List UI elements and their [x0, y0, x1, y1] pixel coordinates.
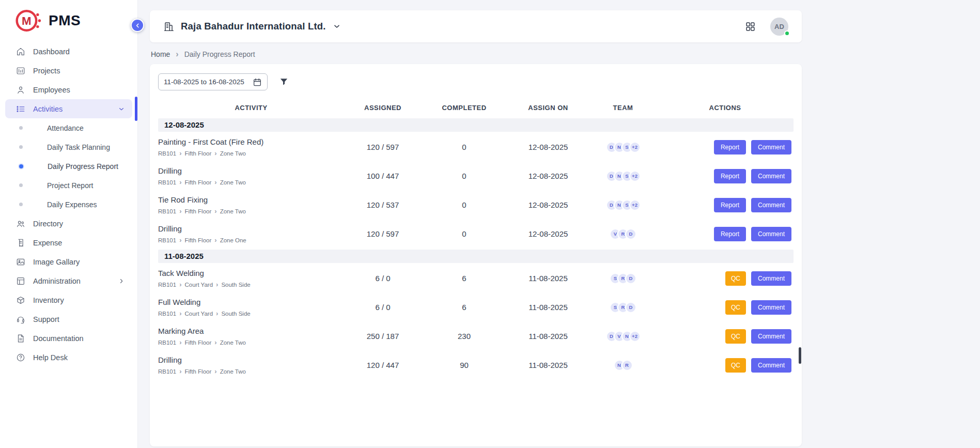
- report-button[interactable]: Report: [714, 198, 746, 212]
- sidebar-item-projects[interactable]: Projects: [5, 61, 132, 80]
- report-button[interactable]: Report: [714, 227, 746, 241]
- team-member-avatar[interactable]: D: [625, 302, 636, 313]
- sidebar-subitem-daily-expenses[interactable]: Daily Expenses: [0, 195, 137, 214]
- comment-button[interactable]: Comment: [751, 169, 791, 183]
- person-icon: [16, 85, 25, 95]
- list-icon: [16, 104, 25, 114]
- sidebar-item-label: Expense: [33, 239, 62, 247]
- team-overflow-badge[interactable]: +2: [629, 199, 641, 211]
- completed-value: 0: [422, 229, 507, 238]
- path-segment: Court Yard: [185, 282, 213, 288]
- comment-button[interactable]: Comment: [751, 329, 791, 344]
- activity-location-path: RB101›Fifth Floor›Zone Two: [158, 208, 344, 214]
- activity-cell: DrillingRB101›Fifth Floor›Zone Two: [158, 166, 344, 186]
- report-button[interactable]: Report: [714, 140, 746, 155]
- comment-button[interactable]: Comment: [751, 300, 791, 315]
- company-selector[interactable]: Raja Bahadur International Ltd.: [163, 21, 341, 32]
- sidebar-item-documentation[interactable]: Documentation: [5, 329, 132, 348]
- row-actions: ReportComment: [657, 140, 794, 155]
- comment-button[interactable]: Comment: [751, 271, 791, 286]
- brand-logo-icon: M: [14, 8, 42, 34]
- sidebar-item-label: Activities: [33, 105, 63, 113]
- team-overflow-badge[interactable]: +2: [629, 331, 641, 342]
- activity-cell: Full WeldingRB101›Court Yard›South Side: [158, 298, 344, 317]
- qc-button[interactable]: QC: [725, 358, 746, 373]
- chevron-left-icon: [134, 22, 141, 29]
- user-avatar[interactable]: AD: [770, 18, 788, 36]
- assign-on-value: 12-08-2025: [507, 172, 589, 180]
- projects-board-icon: [16, 66, 25, 75]
- table-row: DrillingRB101›Fifth Floor›Zone Two100 / …: [158, 162, 794, 191]
- team-member-avatar[interactable]: D: [625, 228, 636, 240]
- chevron-down-icon: [333, 22, 341, 30]
- logo: M PMS: [0, 0, 137, 38]
- sidebar-item-directory[interactable]: Directory: [5, 214, 132, 233]
- sidebar-item-help-desk[interactable]: Help Desk: [5, 348, 132, 367]
- path-segment: Fifth Floor: [185, 150, 212, 157]
- assign-on-value: 11-08-2025: [507, 361, 589, 369]
- activity-cell: Tack WeldingRB101›Court Yard›South Side: [158, 269, 344, 288]
- completed-value: 6: [422, 303, 507, 312]
- sidebar-item-employees[interactable]: Employees: [5, 80, 132, 99]
- completed-value: 6: [422, 274, 507, 283]
- sidebar-item-inventory[interactable]: Inventory: [5, 290, 132, 310]
- sidebar-subitem-project-report[interactable]: Project Report: [0, 176, 137, 195]
- team-overflow-badge[interactable]: +2: [629, 171, 641, 182]
- team-avatars: DVN+2: [589, 331, 657, 342]
- image-icon: [16, 257, 25, 267]
- scrollbar-thumb[interactable]: [799, 347, 801, 364]
- sidebar-item-label: Projects: [33, 67, 60, 75]
- report-button[interactable]: Report: [714, 169, 746, 183]
- activity-title: Drilling: [158, 356, 344, 364]
- comment-button[interactable]: Comment: [751, 227, 791, 241]
- sidebar-item-dashboard[interactable]: Dashboard: [5, 42, 132, 61]
- team-member-avatar[interactable]: R: [621, 360, 633, 371]
- qc-button[interactable]: QC: [725, 329, 746, 344]
- team-member-avatar[interactable]: D: [625, 273, 636, 284]
- assign-on-value: 12-08-2025: [507, 143, 589, 151]
- team-overflow-badge[interactable]: +2: [629, 142, 641, 153]
- chevron-right-icon: ›: [179, 237, 181, 243]
- path-segment: Fifth Floor: [185, 368, 212, 375]
- sidebar-item-activities[interactable]: Activities: [5, 99, 132, 118]
- activity-title: Painting - First Coat (Fire Red): [158, 137, 344, 146]
- sidebar-item-image-gallery[interactable]: Image Gallary: [5, 252, 132, 271]
- comment-button[interactable]: Comment: [751, 198, 791, 212]
- comment-button[interactable]: Comment: [751, 140, 791, 155]
- date-range-input[interactable]: 11-08-2025 to 16-08-2025: [158, 73, 268, 90]
- activity-cell: DrillingRB101›Fifth Floor›Zone Two: [158, 356, 344, 375]
- sidebar-collapse-button[interactable]: [131, 19, 144, 32]
- sidebar-nav: Dashboard Projects Employees Activities …: [0, 38, 137, 367]
- path-segment: Fifth Floor: [185, 237, 212, 243]
- sidebar-item-label: Documentation: [33, 334, 84, 343]
- team-avatars: SRD: [589, 273, 657, 284]
- sidebar-subitem-daily-progress-report[interactable]: Daily Progress Report: [0, 157, 137, 176]
- content-card: 11-08-2025 to 16-08-2025 ACTIVITY ASSIGN…: [150, 64, 802, 446]
- table-body: 12-08-2025Painting - First Coat (Fire Re…: [158, 118, 794, 380]
- sidebar-item-label: Support: [33, 315, 59, 323]
- home-icon: [16, 47, 25, 56]
- qc-button[interactable]: QC: [725, 271, 746, 286]
- qc-button[interactable]: QC: [725, 300, 746, 315]
- chevron-right-icon: ›: [179, 179, 181, 186]
- chevron-right-icon: [118, 277, 125, 285]
- path-segment: Court Yard: [185, 311, 213, 317]
- sidebar-item-expense[interactable]: Expense: [5, 233, 132, 252]
- comment-button[interactable]: Comment: [751, 358, 791, 373]
- row-actions: QCComment: [657, 358, 794, 373]
- sidebar-item-label: Help Desk: [33, 353, 68, 362]
- filter-funnel-icon[interactable]: [279, 77, 289, 87]
- path-segment: Fifth Floor: [185, 179, 212, 186]
- active-nav-indicator: [135, 97, 137, 121]
- breadcrumb-home[interactable]: Home: [151, 50, 170, 58]
- sidebar-subitem-attendance[interactable]: Attendance: [0, 118, 137, 137]
- path-segment: Zone Two: [220, 150, 246, 157]
- team-avatars: DNS+2: [589, 171, 657, 182]
- assigned-value: 6 / 0: [344, 303, 422, 312]
- sidebar-subitem-daily-task-planning[interactable]: Daily Task Planning: [0, 137, 137, 157]
- chevron-right-icon: ›: [214, 237, 216, 243]
- sidebar-item-administration[interactable]: Administration: [5, 271, 132, 290]
- path-segment: Zone Two: [220, 339, 246, 346]
- sidebar-item-support[interactable]: Support: [5, 310, 132, 329]
- apps-grid-icon[interactable]: [745, 21, 756, 32]
